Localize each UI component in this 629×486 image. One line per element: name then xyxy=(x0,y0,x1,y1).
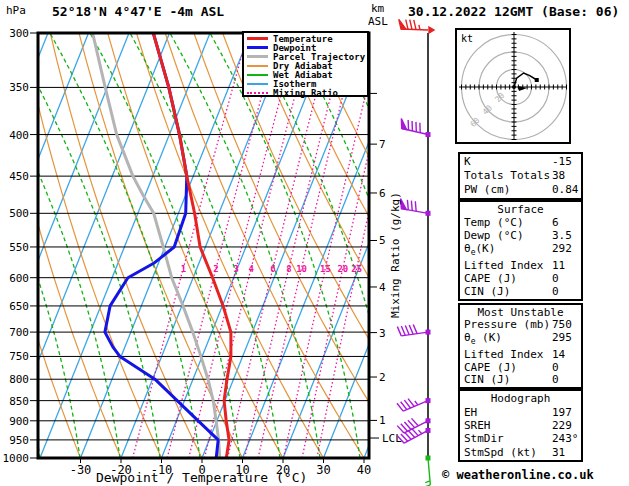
panel-row: EH197 xyxy=(464,407,577,419)
legend-swatch xyxy=(247,65,268,67)
barb-feather xyxy=(414,20,416,30)
km-tick-label: 4 xyxy=(379,281,386,294)
pressure-tick-label: 850 xyxy=(9,395,29,408)
mixing-ratio-value: 8 xyxy=(286,264,291,274)
panel-row-value: 31 xyxy=(552,447,565,459)
km-tick-label: 3 xyxy=(379,327,386,340)
barb-marker xyxy=(429,27,434,33)
pressure-tick-label: 650 xyxy=(9,300,29,313)
mixing-ratio-value: 4 xyxy=(248,264,254,274)
panel-row-value: 292 xyxy=(552,243,572,259)
legend-swatch xyxy=(247,83,268,85)
mixing-ratio-value: 2 xyxy=(213,264,218,274)
barb-feather xyxy=(409,325,413,334)
panel-row-label: CAPE (J) xyxy=(464,362,552,374)
barb-half-feather xyxy=(418,430,421,434)
mixing-ratio-value: 15 xyxy=(320,264,331,274)
hodograph-plot: 204060kt xyxy=(457,30,569,142)
panel-row-label: PW (cm) xyxy=(464,184,552,196)
hodograph-trace-end-marker xyxy=(535,78,539,82)
wind-barb xyxy=(421,456,431,486)
panel-row: Temp (°C)6 xyxy=(464,217,577,229)
wind-barb xyxy=(401,118,430,137)
isotherm xyxy=(40,33,210,458)
panel-row-label: Lifted Index xyxy=(464,260,552,272)
barb-feather xyxy=(406,20,408,30)
panel-row-value: 0 xyxy=(552,362,559,374)
wind-barb xyxy=(399,19,434,33)
pressure-tick-label: 450 xyxy=(9,170,29,183)
panel-row-label: SREH xyxy=(464,420,552,432)
watermark: © weatheronline.co.uk xyxy=(442,468,594,482)
legend-swatch xyxy=(247,46,268,49)
panel-title: Surface xyxy=(464,203,577,216)
dry-adiabat xyxy=(50,33,202,458)
pressure-axis-labels: 3003504004505005506006507007508008509009… xyxy=(3,27,30,465)
temp-tick-label: 40 xyxy=(357,463,371,477)
barb-marker xyxy=(426,211,431,216)
barb-marker xyxy=(426,132,431,137)
panel-row-label: CIN (J) xyxy=(464,374,552,386)
km-tick-label: 2 xyxy=(379,371,386,384)
panel-row: CIN (J)0 xyxy=(464,286,577,298)
pressure-tick-label: 800 xyxy=(9,373,29,386)
panel-row-value: 0 xyxy=(552,286,559,298)
pressure-tick-label: 950 xyxy=(9,434,29,447)
data-panel: Most UnstablePressure (mb)750θe (K)295Li… xyxy=(458,303,583,389)
panel-row: Lifted Index11 xyxy=(464,260,577,272)
data-panel: SurfaceTemp (°C)6Dewp (°C)3.5θe(K)292Lif… xyxy=(458,200,583,301)
pressure-tick-label: 300 xyxy=(9,27,29,40)
data-panel: HodographEH197SREH229StmDir243°StmSpd (k… xyxy=(458,389,583,462)
temp-tick-label: -30 xyxy=(70,463,92,477)
km-tick-label: 6 xyxy=(379,187,386,200)
panel-row-value: 38 xyxy=(552,170,565,182)
legend-swatch xyxy=(247,74,268,76)
pressure-tick-label: 750 xyxy=(9,350,29,363)
wind-barb xyxy=(401,199,431,216)
panel-row: CIN (J)0 xyxy=(464,374,577,386)
mixing-ratio-value: 3 xyxy=(234,264,239,274)
pressure-tick-label: 700 xyxy=(9,326,29,339)
mixing-ratio-value: 1 xyxy=(181,264,186,274)
panel-row: StmDir243° xyxy=(464,433,577,445)
wind-barb xyxy=(397,398,431,411)
barb-feather xyxy=(407,200,408,210)
panel-row: CAPE (J)0 xyxy=(464,273,577,285)
panel-row-label: StmSpd (kt) xyxy=(464,447,552,459)
panel-row-value: 6 xyxy=(552,217,559,229)
hodograph-unit-label: kt xyxy=(461,33,473,44)
barb-feather xyxy=(413,324,417,333)
mixing-ratio-value: 25 xyxy=(351,264,362,274)
panel-row: Dewp (°C)3.5 xyxy=(464,230,577,242)
panel-row-label: Totals Totals xyxy=(464,170,552,182)
barb-half-feather xyxy=(425,481,430,483)
panel-row-label: CAPE (J) xyxy=(464,273,552,285)
panel-row: CAPE (J)0 xyxy=(464,362,577,374)
panel-row-label: CIN (J) xyxy=(464,286,552,298)
hodograph-box: 204060kt xyxy=(455,28,571,144)
pressure-tick-label: 400 xyxy=(9,129,29,142)
panel-row: θe(K)292 xyxy=(464,243,577,259)
isotherm xyxy=(0,33,8,458)
panel-row-value: 0 xyxy=(552,374,559,386)
mixing-ratio-line xyxy=(133,33,248,458)
panel-row: Pressure (mb)750 xyxy=(464,319,577,331)
legend-item: Mixing Ratio xyxy=(247,88,364,97)
panel-row-value: 0.84 xyxy=(552,184,579,196)
km-tick-label: 1 xyxy=(379,414,386,427)
panel-row-value: 0 xyxy=(552,273,559,285)
data-panel: K-15Totals Totals38PW (cm)0.84 xyxy=(458,152,583,200)
panel-row-value: 295 xyxy=(552,332,572,348)
panel-row-label: θe(K) xyxy=(464,243,552,259)
mixing-ratio-value: 10 xyxy=(296,264,307,274)
barb-marker xyxy=(426,330,431,335)
panel-row-label: θe (K) xyxy=(464,332,552,348)
barb-marker xyxy=(426,418,431,423)
panel-row-label: Dewp (°C) xyxy=(464,230,552,242)
panel-row-value: -15 xyxy=(552,156,572,168)
km-tick-label: 7 xyxy=(379,138,386,151)
mixing-ratio-axis-title: Mixing Ratio (g/kg) xyxy=(389,192,402,318)
pressure-tick-label: 900 xyxy=(9,415,29,428)
barb-half-feather xyxy=(415,401,418,405)
barb-marker xyxy=(426,428,431,433)
